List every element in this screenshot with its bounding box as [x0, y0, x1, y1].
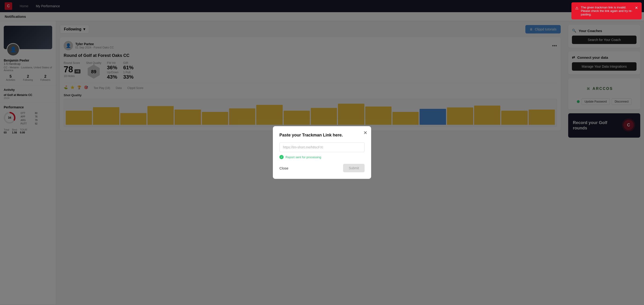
modal-close-x-button[interactable]: ✕ — [364, 130, 368, 136]
modal-title: Paste your Trackman Link here. — [280, 133, 364, 138]
error-toast-message: The given trackman link is invalid. Plea… — [581, 6, 632, 16]
error-toast-close-button[interactable]: ✕ — [635, 6, 638, 10]
warning-icon: ⚠ — [575, 6, 578, 10]
success-check-icon: ✓ — [280, 155, 284, 159]
error-toast: ⚠ The given trackman link is invalid. Pl… — [572, 2, 642, 20]
trackman-link-input[interactable] — [280, 142, 364, 152]
modal-success-message: ✓ Report sent for processing — [280, 155, 364, 159]
success-text: Report sent for processing — [286, 156, 321, 159]
modal-close-button[interactable]: Close — [280, 166, 288, 170]
modal-actions: Close Submit — [280, 164, 364, 172]
modal-submit-button[interactable]: Submit — [343, 164, 364, 172]
modal-overlay[interactable]: Paste your Trackman Link here. ✕ ✓ Repor… — [0, 0, 644, 305]
trackman-modal: Paste your Trackman Link here. ✕ ✓ Repor… — [273, 126, 371, 179]
